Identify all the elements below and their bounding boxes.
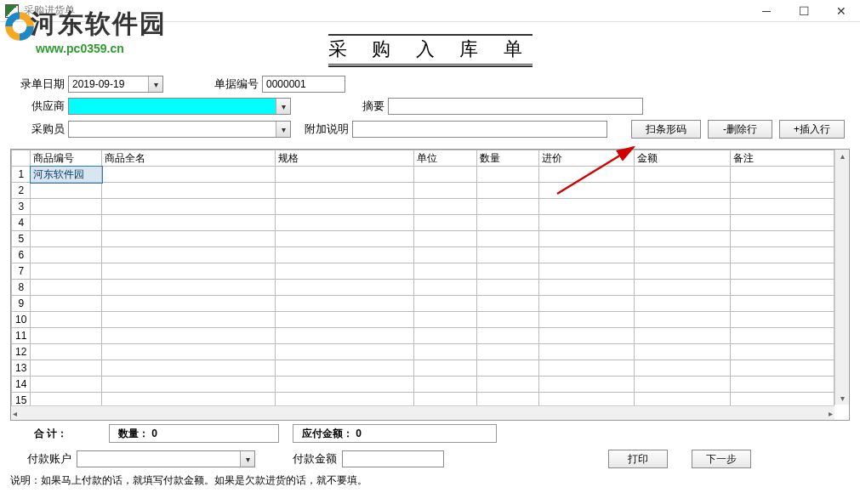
grid-cell[interactable] <box>31 247 102 263</box>
grid-cell[interactable] <box>102 377 276 393</box>
grid-cell[interactable] <box>476 231 538 247</box>
row-number[interactable]: 9 <box>12 296 31 312</box>
grid-cell[interactable] <box>635 328 730 344</box>
grid-cell[interactable] <box>635 167 730 183</box>
grid-cell[interactable] <box>476 247 538 263</box>
grid-cell[interactable] <box>635 296 730 312</box>
grid-cell[interactable] <box>730 247 834 263</box>
grid-header[interactable]: 金额 <box>635 150 730 167</box>
grid-cell[interactable] <box>635 231 730 247</box>
grid-cell[interactable] <box>276 167 414 183</box>
grid-cell[interactable] <box>276 344 414 360</box>
chevron-down-icon[interactable] <box>276 122 290 137</box>
grid-cell[interactable] <box>276 393 414 406</box>
grid-header[interactable]: 进价 <box>539 150 635 167</box>
grid-cell[interactable] <box>414 296 476 312</box>
grid-cell[interactable] <box>635 344 730 360</box>
grid-cell[interactable] <box>539 312 635 328</box>
vertical-scrollbar[interactable]: ▴ ▾ <box>834 150 849 405</box>
grid-cell[interactable] <box>476 328 538 344</box>
supplier-field[interactable] <box>68 98 291 115</box>
grid-header[interactable]: 规格 <box>276 150 414 167</box>
grid-cell[interactable] <box>414 344 476 360</box>
table-row[interactable]: 1河东软件园 <box>12 167 834 183</box>
grid-cell[interactable] <box>539 167 635 183</box>
grid-cell[interactable] <box>539 344 635 360</box>
grid-cell[interactable] <box>635 393 730 406</box>
grid-cell[interactable] <box>102 344 276 360</box>
pay-amount-field[interactable] <box>342 450 444 467</box>
chevron-down-icon[interactable] <box>240 451 254 467</box>
row-number[interactable]: 14 <box>12 377 31 393</box>
doc-no-field[interactable]: 0000001 <box>262 76 345 93</box>
grid-cell[interactable] <box>31 344 102 360</box>
grid-cell[interactable] <box>539 183 635 199</box>
grid-cell[interactable] <box>476 280 538 296</box>
grid-cell[interactable] <box>730 344 834 360</box>
next-button[interactable]: 下一步 <box>692 450 751 468</box>
row-number[interactable]: 1 <box>12 167 31 183</box>
grid-cell[interactable] <box>635 263 730 280</box>
grid-cell[interactable] <box>102 312 276 328</box>
grid-cell[interactable] <box>476 263 538 280</box>
grid-cell[interactable] <box>539 377 635 393</box>
grid-cell[interactable] <box>276 360 414 377</box>
grid-cell[interactable] <box>635 247 730 263</box>
grid-cell[interactable] <box>476 199 538 215</box>
grid-cell[interactable] <box>730 328 834 344</box>
grid-cell[interactable] <box>102 328 276 344</box>
grid-cell[interactable] <box>102 280 276 296</box>
grid-cell[interactable] <box>730 377 834 393</box>
grid-cell[interactable] <box>476 167 538 183</box>
grid-cell[interactable] <box>102 296 276 312</box>
grid-cell[interactable] <box>102 215 276 231</box>
grid-cell[interactable] <box>276 328 414 344</box>
grid-cell[interactable] <box>730 280 834 296</box>
grid-cell[interactable] <box>276 199 414 215</box>
grid-cell[interactable] <box>476 344 538 360</box>
grid-cell[interactable] <box>730 393 834 406</box>
row-number[interactable]: 15 <box>12 393 31 406</box>
grid-cell[interactable] <box>476 360 538 377</box>
grid-cell[interactable] <box>730 312 834 328</box>
grid-cell[interactable] <box>476 393 538 406</box>
grid-cell[interactable] <box>730 296 834 312</box>
delete-row-button[interactable]: -删除行 <box>708 120 772 139</box>
table-row[interactable]: 2 <box>12 183 834 199</box>
grid-cell[interactable] <box>414 183 476 199</box>
grid-cell[interactable] <box>102 167 276 183</box>
grid-cell[interactable] <box>414 215 476 231</box>
grid-cell[interactable] <box>31 199 102 215</box>
entry-date-field[interactable]: 2019-09-19 <box>68 76 163 93</box>
grid-cell[interactable] <box>31 312 102 328</box>
table-row[interactable]: 6 <box>12 247 834 263</box>
minimize-button[interactable]: ─ <box>748 0 785 22</box>
grid-cell[interactable] <box>730 360 834 377</box>
grid-cell[interactable] <box>476 215 538 231</box>
table-row[interactable]: 15 <box>12 393 834 406</box>
grid-cell[interactable] <box>276 296 414 312</box>
grid-cell[interactable] <box>31 393 102 406</box>
grid-cell[interactable] <box>414 393 476 406</box>
grid-cell[interactable] <box>414 312 476 328</box>
table-row[interactable]: 9 <box>12 296 834 312</box>
row-number[interactable]: 3 <box>12 199 31 215</box>
grid-cell[interactable] <box>635 199 730 215</box>
grid-cell[interactable] <box>730 199 834 215</box>
row-number[interactable]: 11 <box>12 328 31 344</box>
grid-cell[interactable] <box>102 247 276 263</box>
grid-cell[interactable] <box>635 377 730 393</box>
table-row[interactable]: 10 <box>12 312 834 328</box>
grid-cell[interactable] <box>539 231 635 247</box>
chevron-down-icon[interactable] <box>148 76 162 92</box>
row-number[interactable]: 10 <box>12 312 31 328</box>
grid-cell[interactable] <box>539 393 635 406</box>
table-row[interactable]: 12 <box>12 344 834 360</box>
grid-header[interactable]: 商品全名 <box>102 150 276 167</box>
grid-cell[interactable] <box>276 247 414 263</box>
row-number[interactable]: 13 <box>12 360 31 377</box>
grid-cell[interactable] <box>539 215 635 231</box>
grid-cell[interactable] <box>31 377 102 393</box>
row-number[interactable]: 4 <box>12 215 31 231</box>
summary-field[interactable] <box>388 98 643 115</box>
